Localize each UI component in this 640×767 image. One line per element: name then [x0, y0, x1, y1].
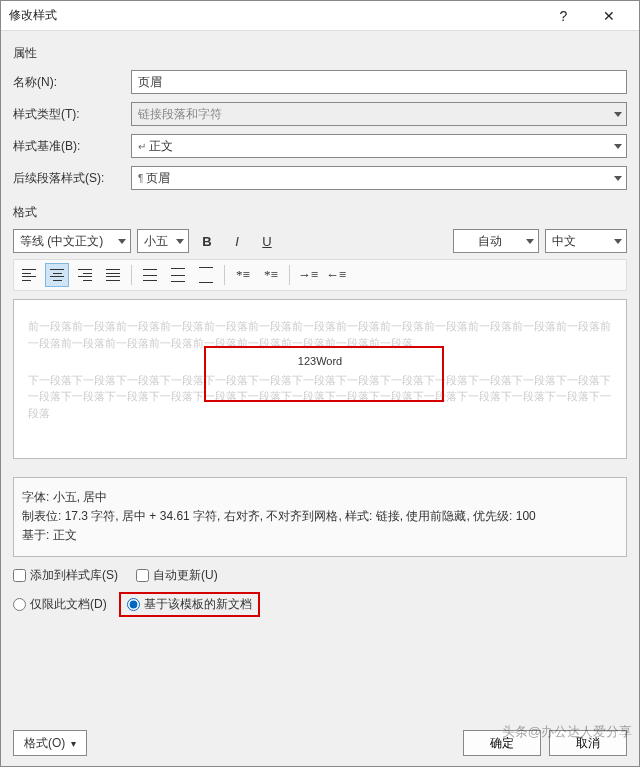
dialog-title: 修改样式	[9, 7, 541, 24]
template-docs-radio[interactable]: 基于该模板的新文档	[127, 596, 252, 613]
indent-dec-button[interactable]: ←≡	[324, 263, 348, 287]
lang-select[interactable]: 中文	[545, 229, 627, 253]
spacing-1_5-button[interactable]	[166, 263, 190, 287]
close-button[interactable]: ✕	[586, 1, 631, 31]
style-type-label: 样式类型(T):	[13, 106, 123, 123]
align-justify-button[interactable]	[101, 263, 125, 287]
only-this-doc-radio[interactable]: 仅限此文档(D)	[13, 596, 107, 613]
preview-after: 下一段落下一段落下一段落下一段落下一段落下一段落下一段落下一段落下一段落下一段落…	[28, 372, 612, 422]
highlight-box-icon: 基于该模板的新文档	[119, 592, 260, 617]
underline-button[interactable]: U	[255, 229, 279, 253]
preview-pane: 前一段落前一段落前一段落前一段落前一段落前一段落前一段落前一段落前一段落前一段落…	[13, 299, 627, 459]
based-on-select[interactable]: 正文	[131, 134, 627, 158]
ok-button[interactable]: 确定	[463, 730, 541, 756]
based-on-label: 样式基准(B):	[13, 138, 123, 155]
align-center-button[interactable]	[45, 263, 69, 287]
italic-button[interactable]: I	[225, 229, 249, 253]
font-color-select[interactable]: 自动	[453, 229, 539, 253]
following-select[interactable]: 页眉	[131, 166, 627, 190]
spacing-2-button[interactable]	[194, 263, 218, 287]
titlebar: 修改样式 ? ✕	[1, 1, 639, 31]
format-menu-button[interactable]: 格式(O)	[13, 730, 87, 756]
properties-heading: 属性	[13, 45, 627, 62]
style-description: 字体: 小五, 居中 制表位: 17.3 字符, 居中 + 34.61 字符, …	[13, 477, 627, 557]
space-before-inc-button[interactable]: *≡	[231, 263, 255, 287]
spacing-1-button[interactable]	[138, 263, 162, 287]
name-label: 名称(N):	[13, 74, 123, 91]
font-size-select[interactable]: 小五	[137, 229, 189, 253]
preview-sample: 123Word	[28, 353, 612, 370]
style-type-select: 链接段落和字符	[131, 102, 627, 126]
modify-style-dialog: 修改样式 ? ✕ 属性 名称(N): 页眉 样式类型(T): 链接段落和字符 样…	[0, 0, 640, 767]
following-label: 后续段落样式(S):	[13, 170, 123, 187]
font-family-select[interactable]: 等线 (中文正文)	[13, 229, 131, 253]
align-right-button[interactable]	[73, 263, 97, 287]
add-to-gallery-checkbox[interactable]: 添加到样式库(S)	[13, 567, 118, 584]
align-left-button[interactable]	[17, 263, 41, 287]
bold-button[interactable]: B	[195, 229, 219, 253]
space-before-dec-button[interactable]: *≡	[259, 263, 283, 287]
auto-update-checkbox[interactable]: 自动更新(U)	[136, 567, 218, 584]
indent-inc-button[interactable]: →≡	[296, 263, 320, 287]
cancel-button[interactable]: 取消	[549, 730, 627, 756]
preview-before: 前一段落前一段落前一段落前一段落前一段落前一段落前一段落前一段落前一段落前一段落…	[28, 318, 612, 351]
format-heading: 格式	[13, 204, 627, 221]
help-button[interactable]: ?	[541, 1, 586, 31]
name-input[interactable]: 页眉	[131, 70, 627, 94]
